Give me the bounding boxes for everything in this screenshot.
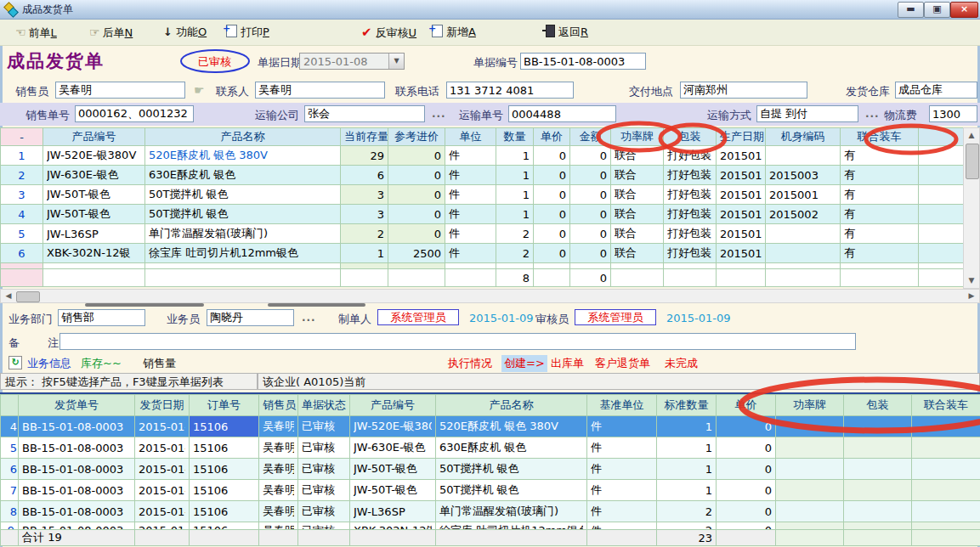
cell[interactable] <box>766 244 841 263</box>
cell[interactable] <box>912 530 980 546</box>
column-header[interactable]: 功率牌 <box>776 395 844 416</box>
cell[interactable] <box>135 530 190 546</box>
cell[interactable]: JW-50T-银色 <box>350 480 436 501</box>
column-header[interactable]: 单位 <box>445 128 496 146</box>
cell[interactable]: 0 <box>717 501 776 522</box>
cell[interactable] <box>919 185 964 205</box>
cell[interactable]: 徐宝库 吐司切片机12mm银色 <box>145 244 341 263</box>
cell[interactable]: 2015-01-08 <box>135 416 190 437</box>
scroll-up-icon[interactable]: ▲ <box>965 129 978 142</box>
cell[interactable]: 0 <box>388 205 445 224</box>
cell[interactable]: 吴春明 <box>259 522 298 530</box>
refresh-icon[interactable]: ↻ <box>8 356 22 369</box>
cell[interactable]: 0 <box>570 244 611 263</box>
cell[interactable] <box>350 530 436 546</box>
cell[interactable] <box>664 269 717 287</box>
cell[interactable] <box>190 530 259 546</box>
print-button[interactable]: 打印P <box>226 23 269 42</box>
cell[interactable]: 2 <box>657 522 717 530</box>
cell[interactable]: 0 <box>717 459 776 480</box>
cell[interactable]: 已审核 <box>298 459 350 480</box>
trans-co-input[interactable] <box>304 105 425 122</box>
cell[interactable] <box>766 224 841 244</box>
cell[interactable]: 1 <box>341 244 388 263</box>
cell[interactable]: 件 <box>445 146 496 166</box>
cell[interactable] <box>919 244 964 263</box>
column-header[interactable]: 产品编号 <box>43 128 145 146</box>
cell[interactable]: 7 <box>1 480 19 501</box>
cell[interactable]: 已审核 <box>298 522 350 530</box>
cell[interactable]: 0 <box>534 244 570 263</box>
dept-input[interactable] <box>58 309 145 326</box>
chevron-down-icon[interactable]: ▼ <box>388 54 404 69</box>
cell[interactable]: 2 <box>496 224 534 244</box>
cell[interactable] <box>919 205 964 224</box>
cell[interactable] <box>43 269 145 287</box>
cell[interactable] <box>436 530 587 546</box>
cell[interactable]: 1 <box>496 146 534 166</box>
cell[interactable]: 件 <box>587 459 657 480</box>
cell[interactable]: JW-630E-银色 <box>350 437 436 459</box>
cell[interactable]: 1 <box>496 185 534 205</box>
column-header[interactable]: 标准数量 <box>657 395 717 416</box>
next-doc-button[interactable]: ☞后单N <box>89 23 133 42</box>
cell[interactable]: 吴春明 <box>259 437 298 459</box>
cell[interactable]: 已审核 <box>298 501 350 522</box>
cell[interactable]: 50T搅拌机 银色 <box>145 205 341 224</box>
cell[interactable]: BB-15-01-08-0003 <box>19 437 135 459</box>
cell[interactable]: 0 <box>570 224 611 244</box>
cell[interactable]: 2015-01-08 <box>135 437 190 459</box>
column-header[interactable]: 数量 <box>496 128 534 146</box>
cell[interactable]: 0 <box>388 166 445 185</box>
cell[interactable]: 有 <box>841 205 919 224</box>
cell[interactable] <box>341 263 388 269</box>
column-header[interactable]: 参考进价 <box>388 128 445 146</box>
cell[interactable] <box>776 416 844 437</box>
horizontal-scrollbar[interactable]: ◀ ▶ <box>0 289 980 303</box>
cell[interactable]: 单门常温醒发箱(玻璃门) <box>145 224 341 244</box>
cell[interactable] <box>145 269 341 287</box>
cell[interactable]: 520E酥皮机 银色 380V <box>436 416 587 437</box>
cell[interactable] <box>776 480 844 501</box>
fee-input[interactable] <box>929 105 977 122</box>
add-new-button[interactable]: 新增A <box>432 23 476 42</box>
sales-qty-link[interactable]: 销售量 <box>143 356 176 371</box>
remark-input[interactable] <box>59 333 856 350</box>
cell[interactable] <box>844 480 912 501</box>
cell[interactable]: 0 <box>570 146 611 166</box>
cell[interactable] <box>445 263 496 269</box>
cell[interactable] <box>844 522 912 530</box>
cell[interactable]: 有 <box>841 146 919 166</box>
cell[interactable] <box>841 269 919 287</box>
cell[interactable] <box>919 224 964 244</box>
sales-no-input[interactable] <box>75 105 194 122</box>
cell[interactable]: 0 <box>388 185 445 205</box>
column-header[interactable]: 联合装车 <box>912 395 980 416</box>
cell[interactable]: 徐宝库 吐司切片机12mm银色 <box>436 522 587 530</box>
cell[interactable]: 0 <box>388 146 445 166</box>
cell[interactable]: 5 <box>1 224 43 244</box>
cell[interactable]: 0 <box>534 224 570 244</box>
cell[interactable]: 打好包装 <box>664 146 717 166</box>
cell[interactable] <box>1 269 43 287</box>
table-row[interactable]: 3JW-50T-银色50T搅拌机 银色30件100联合打好包装201501201… <box>1 185 964 205</box>
scroll-right-icon[interactable]: ▶ <box>965 290 978 302</box>
cell[interactable] <box>766 269 841 287</box>
cell[interactable] <box>717 269 766 287</box>
cell[interactable]: 合计 19 <box>19 530 135 546</box>
cell[interactable]: BB-15-01-08-0003 <box>19 416 135 437</box>
cell[interactable]: 联合 <box>611 146 664 166</box>
splitter-handle[interactable] <box>85 303 204 307</box>
address-input[interactable] <box>680 82 807 99</box>
cell[interactable]: 6 <box>1 244 43 263</box>
cell[interactable]: 打好包装 <box>664 185 717 205</box>
cell[interactable]: 1 <box>657 480 717 501</box>
cell[interactable]: 联合 <box>611 166 664 185</box>
cell[interactable]: 50T搅拌机 银色 <box>145 185 341 205</box>
cell[interactable]: 29 <box>341 146 388 166</box>
cell[interactable]: 8 <box>496 269 534 287</box>
table-row[interactable]: 80 <box>1 269 964 287</box>
column-header[interactable]: 单价 <box>717 395 776 416</box>
cell[interactable]: 打好包装 <box>664 205 717 224</box>
cell[interactable] <box>534 269 570 287</box>
